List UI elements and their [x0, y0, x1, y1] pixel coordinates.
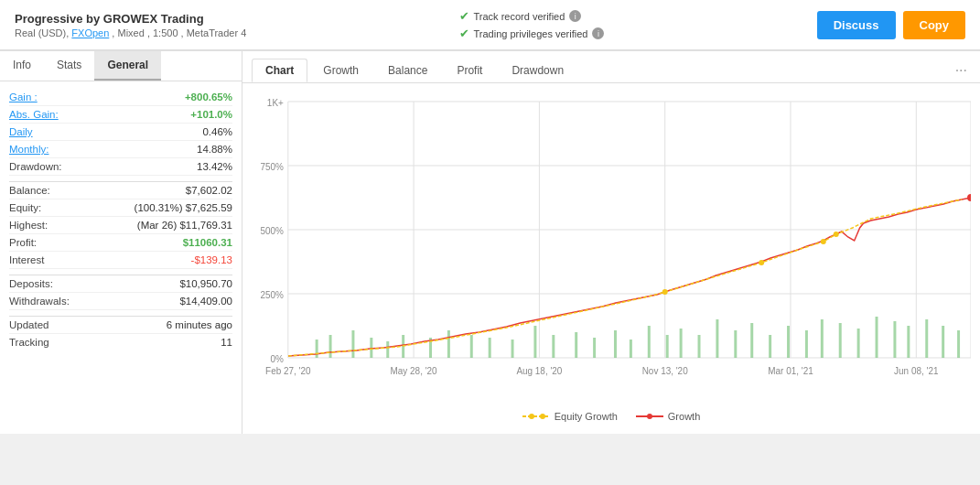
withdrawals-value: $14,409.00	[179, 296, 232, 307]
gain-value: +800.65%	[185, 92, 232, 102]
discuss-button[interactable]: Discuss	[817, 11, 896, 39]
svg-text:Nov 13, '20: Nov 13, '20	[642, 366, 688, 376]
track-record-label: Track record verified	[474, 11, 565, 22]
header-actions: Discuss Copy	[817, 11, 965, 39]
svg-rect-33	[489, 338, 491, 358]
profit-value: $11060.31	[183, 237, 232, 248]
gain-row: Gain : +800.65%	[9, 89, 232, 106]
drawdown-label: Drawdown:	[9, 161, 62, 172]
tab-general[interactable]: General	[94, 51, 161, 81]
check-icon-track: ✔	[459, 9, 469, 23]
svg-rect-53	[857, 329, 860, 358]
svg-rect-0	[288, 92, 971, 358]
updated-value: 6 minutes ago	[167, 319, 232, 330]
track-info-icon[interactable]: i	[569, 10, 581, 22]
withdrawals-row: Withdrawals: $14,409.00	[9, 293, 232, 310]
trading-privileges-label: Trading privileges verified	[474, 28, 588, 39]
svg-text:Mar 01, '21: Mar 01, '21	[768, 366, 813, 376]
svg-rect-50	[805, 330, 808, 358]
svg-rect-45	[716, 319, 718, 358]
daily-row: Daily 0.46%	[9, 124, 232, 141]
header: Progressive by GROWEX Trading Real (USD)…	[0, 0, 980, 50]
header-left: Progressive by GROWEX Trading Real (USD)…	[15, 12, 246, 38]
svg-rect-51	[821, 319, 824, 358]
svg-rect-52	[839, 323, 842, 358]
svg-point-62	[540, 414, 545, 419]
svg-rect-56	[907, 326, 910, 358]
account-title: Progressive by GROWEX Trading	[15, 12, 246, 26]
info-table: Gain : +800.65% Abs. Gain: +101.0% Daily…	[0, 81, 242, 358]
check-icon-trading: ✔	[459, 27, 469, 40]
chart-area: 0% 250% 500% 750% 1K+	[242, 83, 980, 434]
profit-row: Profit: $11060.31	[9, 234, 232, 252]
svg-text:750%: 750%	[260, 162, 284, 172]
svg-point-64	[647, 414, 652, 419]
svg-rect-46	[734, 330, 737, 358]
daily-value: 0.46%	[202, 126, 232, 137]
svg-rect-42	[666, 335, 669, 358]
tracking-row: Tracking 11	[9, 334, 232, 350]
svg-rect-28	[386, 341, 389, 358]
svg-rect-47	[750, 323, 753, 358]
svg-text:0%: 0%	[270, 354, 284, 364]
svg-rect-26	[351, 330, 354, 358]
tab-stats[interactable]: Stats	[44, 51, 94, 81]
growth-end-dot	[967, 194, 971, 201]
deposits-value: $10,950.70	[179, 278, 232, 289]
left-panel: Info Stats General Gain : +800.65% Abs. …	[0, 51, 242, 434]
bar-chart	[316, 317, 960, 358]
chart-tab-chart[interactable]: Chart	[252, 59, 307, 82]
profit-label: Profit:	[9, 237, 37, 248]
equity-line	[288, 199, 962, 356]
svg-rect-37	[575, 332, 577, 358]
balance-value: $7,602.02	[186, 185, 232, 196]
svg-text:Jun 08, '21: Jun 08, '21	[894, 366, 939, 376]
svg-text:250%: 250%	[260, 290, 284, 300]
trading-privileges-verify: ✔ Trading privileges verified i	[459, 27, 605, 40]
chart-legend: Equity Growth Growth	[252, 406, 971, 429]
account-subtitle: Real (USD), FXOpen , Mixed , 1:500 , Met…	[15, 27, 246, 38]
tracking-label: Tracking	[9, 337, 49, 348]
abs-gain-label[interactable]: Abs. Gain:	[9, 109, 59, 120]
privileges-info-icon[interactable]: i	[592, 27, 604, 39]
chart-more-icon[interactable]: ···	[952, 59, 971, 82]
svg-rect-44	[698, 335, 701, 358]
monthly-label[interactable]: Monthly:	[9, 144, 48, 155]
svg-point-61	[529, 414, 534, 419]
chart-tab-drawdown[interactable]: Drawdown	[498, 59, 577, 82]
highest-row: Highest: (Mar 26) $11,769.31	[9, 217, 232, 234]
chart-tab-growth[interactable]: Growth	[309, 59, 372, 82]
svg-rect-55	[893, 321, 896, 358]
equity-legend-icon	[522, 412, 550, 421]
main-chart: 0% 250% 500% 750% 1K+	[252, 92, 971, 404]
growth-legend-label: Growth	[668, 411, 700, 422]
svg-rect-49	[787, 326, 790, 358]
copy-button[interactable]: Copy	[903, 11, 966, 39]
gain-label[interactable]: Gain :	[9, 92, 38, 102]
abs-gain-row: Abs. Gain: +101.0%	[9, 106, 232, 124]
tab-info[interactable]: Info	[0, 51, 44, 81]
svg-text:500%: 500%	[260, 226, 284, 236]
interest-value: -$139.13	[191, 254, 232, 265]
interest-label: Interest	[9, 254, 44, 265]
svg-text:Aug 18, '20: Aug 18, '20	[516, 366, 562, 376]
svg-rect-25	[329, 335, 332, 358]
deposits-label: Deposits:	[9, 278, 53, 289]
left-tabs-nav: Info Stats General	[0, 51, 242, 81]
svg-rect-58	[942, 326, 944, 358]
growth-line	[288, 198, 971, 356]
equity-legend-item: Equity Growth	[522, 411, 618, 422]
tracking-value: 11	[221, 337, 232, 348]
svg-text:Feb 27, '20: Feb 27, '20	[265, 366, 311, 376]
drawdown-row: Drawdown: 13.42%	[9, 158, 232, 176]
svg-rect-54	[876, 317, 878, 358]
chart-tab-profit[interactable]: Profit	[443, 59, 496, 82]
updated-row: Updated 6 minutes ago	[9, 317, 232, 334]
daily-label[interactable]: Daily	[9, 126, 33, 137]
equity-row: Equity: (100.31%) $7,625.59	[9, 199, 232, 217]
svg-rect-48	[769, 335, 771, 358]
broker-link[interactable]: FXOpen	[71, 27, 109, 38]
svg-rect-41	[648, 326, 651, 358]
chart-tab-balance[interactable]: Balance	[374, 59, 441, 82]
drawdown-value: 13.42%	[197, 161, 232, 172]
